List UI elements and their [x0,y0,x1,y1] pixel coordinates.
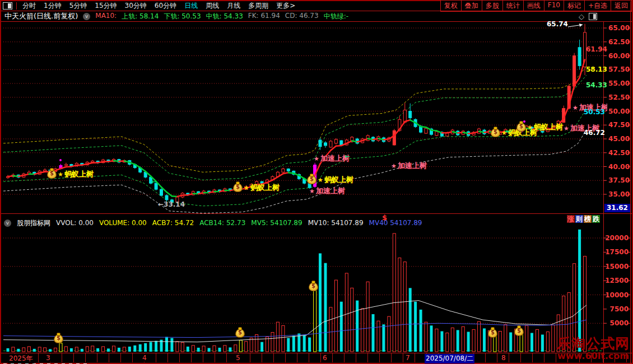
volume-indicator-bar: v 股朋指标网 VVOL: 0.00VOLUME: 0.00ACB7: 54.7… [4,218,422,227]
date-label-8: 8 [500,354,507,362]
trading-app-window: 分时1分钟5分钟15分钟30分钟60分钟日线周线月线多周期更多> 复权叠加多股统… [0,0,633,364]
date-label-7: 7 [404,354,411,362]
indicator-source-label: 股朋指标网 [17,218,50,228]
volume-indicator-segment: MV5: 54107.89 [251,219,302,227]
volume-indicator-segment: VVOL: 0.00 [56,219,94,227]
ma-line [8,59,585,197]
volume-bars [7,230,587,352]
date-label-4: 4 [141,354,148,362]
date-label-2025年: 2025年 [8,354,34,363]
volume-indicator-segment: VOLUME: 0.00 [99,219,147,227]
volume-indicator-segment: ACB14: 52.73 [199,219,245,227]
date-label-6: 6 [322,354,328,362]
volume-indicator-segment: MV40 54107.89 [369,219,422,227]
date-axis: 2025年345672025/07/08/二8 [3,353,631,362]
volume-indicator-values: VVOL: 0.00VOLUME: 0.00ACB7: 54.72ACB14: … [56,219,422,227]
volume-indicator-segment: ACB7: 54.72 [152,219,194,227]
rank-chip-1[interactable]: 则 [575,215,583,223]
date-label-5: 5 [235,354,241,362]
candles [7,24,587,205]
volume-indicator-segment: MV10: 54107.89 [308,219,364,227]
band-lines [3,66,587,213]
chart-canvas[interactable] [1,1,633,364]
axis-ticks [568,24,630,323]
dollar-marker: $ [382,213,387,222]
date-label-2025/07/08/二: 2025/07/08/二 [425,354,474,363]
gridlines [3,28,603,351]
rank-chip-2[interactable]: 榜 [584,215,592,223]
collapse-chevron-icon[interactable]: v [4,220,11,227]
date-label-3: 3 [45,354,52,362]
rank-board-chips[interactable]: 涨则榜跌 [567,215,600,223]
rank-chip-0[interactable]: 涨 [567,215,575,223]
rank-chip-3[interactable]: 跌 [592,215,600,223]
